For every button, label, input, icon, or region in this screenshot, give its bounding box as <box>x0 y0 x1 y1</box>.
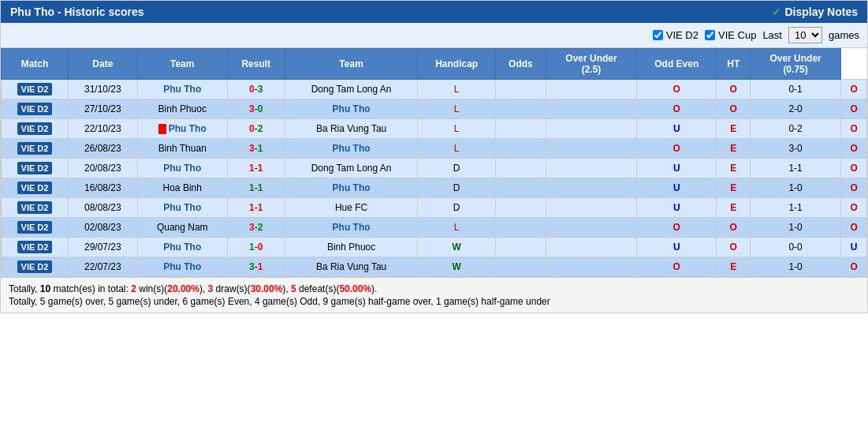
cell-team1: Binh Thuan <box>137 139 227 159</box>
cell-team2: Phu Tho <box>285 218 418 238</box>
cell-ht: 1-0 <box>751 218 841 238</box>
cell-ht: 3-0 <box>751 139 841 159</box>
col-odd-even: Odd Even <box>637 49 717 80</box>
col-over-under-075: Over Under(0.75) <box>751 49 841 80</box>
vie-cup-filter[interactable]: VIE Cup <box>705 29 756 41</box>
cell-ou: O <box>637 218 717 238</box>
filter-bar: VIE D2 VIE Cup Last 10 5 15 20 games <box>1 23 867 48</box>
cell-team1: Phu Tho <box>137 119 227 139</box>
cell-odds <box>546 218 637 238</box>
cell-ht: 0-2 <box>751 119 841 139</box>
cell-team1: Phu Tho <box>137 198 227 218</box>
games-label: games <box>829 29 859 41</box>
cell-ou075: O <box>841 257 867 277</box>
vie-d2-filter[interactable]: VIE D2 <box>653 29 698 41</box>
cell-result: 0-3 <box>227 80 285 99</box>
cell-handicap <box>495 198 546 218</box>
cell-ou: O <box>637 257 717 277</box>
checkmark-icon: ✓ <box>772 6 781 18</box>
cell-odds <box>546 178 637 198</box>
display-notes-label: Display Notes <box>784 6 858 18</box>
cell-ht: 1-0 <box>751 178 841 198</box>
vie-d2-label: VIE D2 <box>666 29 698 41</box>
cell-odds <box>546 159 637 178</box>
cell-ht: 1-0 <box>751 257 841 277</box>
cell-date: 16/08/23 <box>68 178 137 198</box>
cell-match: VIE D2 <box>2 80 69 99</box>
col-team1: Team <box>137 49 227 80</box>
summary-line1: Totally, 10 match(es) in total: 2 win(s)… <box>9 283 859 294</box>
cell-team2: Phu Tho <box>285 178 418 198</box>
col-handicap: Handicap <box>418 49 495 80</box>
cell-match: VIE D2 <box>2 159 69 178</box>
vie-cup-label: VIE Cup <box>718 29 756 41</box>
page-title: Phu Tho - Historic scores <box>10 6 144 18</box>
cell-date: 27/10/23 <box>68 99 137 119</box>
cell-ou: O <box>637 80 717 99</box>
cell-ht: 0-1 <box>751 80 841 99</box>
cell-team2: Phu Tho <box>285 99 418 119</box>
table-row: VIE D220/08/23Phu Tho1-1Dong Tam Long An… <box>2 159 867 178</box>
games-select[interactable]: 10 5 15 20 <box>788 27 822 43</box>
cell-handicap <box>495 159 546 178</box>
cell-team1: Phu Tho <box>137 257 227 277</box>
cell-result: 1-1 <box>227 198 285 218</box>
cell-match: VIE D2 <box>2 218 69 238</box>
col-result: Result <box>227 49 285 80</box>
cell-odds <box>546 139 637 159</box>
cell-date: 26/08/23 <box>68 139 137 159</box>
cell-ou075: O <box>841 80 867 99</box>
vie-cup-checkbox[interactable] <box>705 30 715 40</box>
cell-outcome: D <box>418 198 495 218</box>
col-team2: Team <box>285 49 418 80</box>
cell-date: 20/08/23 <box>68 159 137 178</box>
cell-oe: O <box>717 80 751 99</box>
display-notes-section: ✓ Display Notes <box>772 6 858 18</box>
cell-team1: Phu Tho <box>137 238 227 257</box>
cell-odds <box>546 198 637 218</box>
cell-outcome: L <box>418 80 495 99</box>
cell-oe: E <box>717 159 751 178</box>
cell-ou075: O <box>841 218 867 238</box>
cell-team2: Phu Tho <box>285 139 418 159</box>
cell-team2: Ba Ria Vung Tau <box>285 119 418 139</box>
cell-match: VIE D2 <box>2 198 69 218</box>
cell-team1: Phu Tho <box>137 159 227 178</box>
cell-oe: O <box>717 99 751 119</box>
cell-ou075: O <box>841 119 867 139</box>
cell-ou075: O <box>841 159 867 178</box>
table-row: VIE D222/07/23Phu Tho3-1Ba Ria Vung TauW… <box>2 257 867 277</box>
cell-outcome: D <box>418 159 495 178</box>
table-row: VIE D216/08/23Hoa Binh1-1Phu ThoDUE1-0O <box>2 178 867 198</box>
cell-ou075: O <box>841 198 867 218</box>
cell-result: 3-2 <box>227 218 285 238</box>
cell-ou: U <box>637 178 717 198</box>
cell-outcome: L <box>418 139 495 159</box>
cell-odds <box>546 119 637 139</box>
cell-ou: U <box>637 159 717 178</box>
cell-handicap <box>495 238 546 257</box>
cell-result: 0-2 <box>227 119 285 139</box>
cell-date: 22/10/23 <box>68 119 137 139</box>
cell-oe: E <box>717 178 751 198</box>
col-over-under: Over Under(2.5) <box>546 49 637 80</box>
cell-match: VIE D2 <box>2 178 69 198</box>
cell-result: 3-1 <box>227 139 285 159</box>
cell-ou075: O <box>841 99 867 119</box>
cell-date: 29/07/23 <box>68 238 137 257</box>
cell-team1: Hoa Binh <box>137 178 227 198</box>
cell-team2: Binh Phuoc <box>285 238 418 257</box>
cell-oe: O <box>717 218 751 238</box>
col-match: Match <box>2 49 69 80</box>
cell-team1: Quang Nam <box>137 218 227 238</box>
col-date: Date <box>68 49 137 80</box>
cell-date: 08/08/23 <box>68 198 137 218</box>
cell-date: 31/10/23 <box>68 80 137 99</box>
vie-d2-checkbox[interactable] <box>653 30 663 40</box>
cell-team1: Binh Phuoc <box>137 99 227 119</box>
cell-match: VIE D2 <box>2 139 69 159</box>
cell-ou075: U <box>841 238 867 257</box>
cell-oe: E <box>717 257 751 277</box>
table-row: VIE D231/10/23Phu Tho0-3Dong Tam Long An… <box>2 80 867 99</box>
summary-line2: Totally, 5 game(s) over, 5 game(s) under… <box>9 296 859 307</box>
